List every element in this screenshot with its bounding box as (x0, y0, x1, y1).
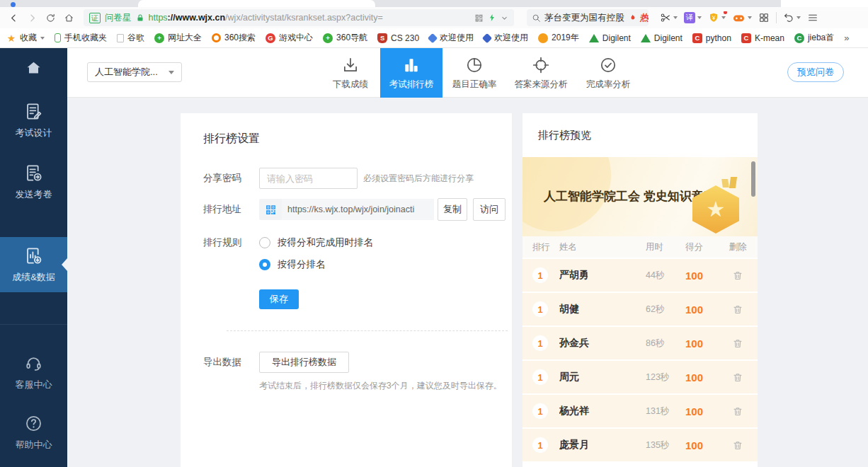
export-ranking-button[interactable]: 导出排行榜数据 (259, 352, 349, 373)
bookmark-item[interactable]: 欢迎使用 (429, 32, 474, 44)
bookmark-item[interactable]: Cjieba首 (794, 32, 834, 44)
delete-cell (722, 439, 753, 451)
page-favicon-icon (117, 34, 124, 42)
sidebar-item-home[interactable] (0, 58, 67, 77)
notification-dot (724, 11, 727, 15)
fire-icon (628, 13, 636, 23)
share-password-input[interactable] (259, 168, 358, 189)
preview-survey-button[interactable]: 预览问卷 (787, 62, 844, 82)
wjx-app: 考试设计发送考卷成绩&数据客服中心帮助中心 人工智能学院... 下载成绩考试排行… (0, 48, 868, 467)
bookmark-item[interactable]: 欢迎使用 (484, 32, 528, 44)
tab-target[interactable]: 答案来源分析 (506, 48, 576, 98)
browser-search-box[interactable]: 茅台变更为国有控股 热搜 (527, 9, 649, 26)
trash-icon[interactable] (732, 405, 743, 417)
bookmark-item[interactable]: CK-mean (741, 33, 784, 43)
bookmark-item[interactable]: 2019年 (538, 32, 579, 44)
games-button[interactable] (732, 11, 752, 25)
trash-icon[interactable] (732, 270, 743, 282)
bookmark-item[interactable]: ★收藏 (6, 32, 45, 44)
content-area: 排行榜设置 分享密码 必须设置密码后方能进行分享 排行地址 https://ks… (67, 98, 868, 467)
bookmark-item[interactable]: +360导航 (323, 32, 367, 44)
qr-blue-icon (265, 204, 277, 216)
score-value: 100 (685, 405, 722, 417)
sidebar-item-help-center[interactable]: 帮助中心 (0, 414, 67, 451)
trash-icon[interactable] (732, 338, 743, 350)
search-query[interactable]: 茅台变更为国有控股 (544, 12, 624, 24)
bookmark-item[interactable]: G游戏中心 (265, 32, 313, 44)
copy-url-button[interactable]: 复制 (438, 198, 467, 221)
bookmark-item[interactable]: 谷歌 (117, 32, 144, 44)
active-browser-tab[interactable] (138, 0, 375, 7)
c-red-favicon-icon: C (741, 33, 751, 43)
scrollbar-thumb[interactable] (751, 161, 755, 197)
bookmark-item[interactable]: 手机收藏夹 (55, 32, 107, 44)
hot-search-label[interactable]: 热搜 (640, 12, 649, 24)
browser-home-button[interactable] (61, 10, 76, 25)
tab-check[interactable]: 完成率分析 (576, 48, 641, 98)
radio-unselected-icon[interactable] (259, 237, 270, 248)
url-bar[interactable]: 证 问卷星 https://www.wjx.cn/wjx/activitysta… (84, 9, 514, 26)
download-icon (341, 56, 360, 74)
reload-button[interactable] (42, 10, 58, 25)
url-text[interactable]: https://www.wjx.cn/wjx/activitystat/ksra… (149, 13, 471, 23)
translate-button[interactable]: 译 (684, 12, 702, 23)
forward-button[interactable] (24, 10, 40, 25)
bookmark-item[interactable]: Cpython (692, 33, 731, 43)
qr-code-icon[interactable] (474, 13, 484, 23)
browser-tab-area (781, 0, 868, 7)
leaderboard-rows: 1严胡勇44秒1001胡健62秒1001孙金兵86秒1001周元123秒1001… (522, 259, 758, 461)
tab-pie[interactable]: 题目正确率 (442, 48, 506, 98)
rule-option[interactable]: 按得分排名 (259, 258, 373, 271)
undo-close-button[interactable] (783, 12, 801, 23)
radio-selected-icon[interactable] (259, 259, 270, 270)
target-icon (532, 56, 550, 74)
trash-icon[interactable] (732, 371, 743, 384)
apps-grid-button[interactable] (758, 12, 770, 23)
export-data-label: 导出数据 (203, 352, 259, 373)
divider (776, 12, 777, 23)
bookmark-item[interactable]: 360搜索 (212, 32, 256, 44)
speed-bolt-icon[interactable] (488, 13, 496, 23)
wallet-shield-button[interactable] (708, 12, 726, 23)
app-toolbar: 人工智能学院... 下载成绩考试排行榜题目正确率答案来源分析完成率分析 预览问卷 (67, 48, 868, 98)
ranking-rule-options: 按得分和完成用时排名按得分排名 (259, 232, 373, 271)
save-button[interactable]: 保存 (259, 289, 299, 309)
tri-favicon-icon (589, 34, 599, 42)
tab-label: 考试排行榜 (389, 79, 434, 91)
ranking-settings-card: 排行榜设置 分享密码 必须设置密码后方能进行分享 排行地址 https://ks… (181, 113, 512, 467)
bookmark-item[interactable]: Digilent (589, 33, 631, 43)
phone-favicon-icon (55, 33, 61, 42)
back-button[interactable] (6, 10, 21, 25)
rule-option[interactable]: 按得分和完成用时排名 (259, 236, 373, 249)
bookmark-label: 收藏 (20, 32, 37, 44)
screenshot-tool-button[interactable] (660, 12, 678, 23)
qr-code-button[interactable] (259, 199, 282, 220)
bookmark-label: 2019年 (552, 32, 579, 44)
help-icon (24, 414, 43, 433)
bookmark-item[interactable]: +网址大全 (154, 32, 202, 44)
bookmark-label: Digilent (603, 33, 631, 43)
participant-name: 严胡勇 (559, 269, 646, 282)
visit-url-button[interactable]: 访问 (473, 198, 506, 221)
participant-name: 胡健 (559, 303, 646, 316)
chevron-down-icon[interactable] (501, 14, 508, 22)
grad-favicon-icon (538, 33, 548, 43)
trash-icon[interactable] (732, 439, 743, 451)
trash-icon[interactable] (732, 304, 743, 316)
menu-button[interactable] (807, 12, 818, 23)
tab-download[interactable]: 下载成绩 (321, 48, 380, 98)
sidebar-item-customer-service[interactable]: 客服中心 (0, 354, 67, 391)
survey-selector-dropdown[interactable]: 人工智能学院... (87, 62, 182, 82)
share-password-label: 分享密码 (203, 168, 259, 189)
bookmark-item[interactable]: » (844, 33, 849, 43)
bookmark-item[interactable]: SCS 230 (377, 33, 419, 43)
tab-ranking[interactable]: 考试排行榜 (380, 48, 442, 98)
sidebar-item-send-exam[interactable]: 发送考卷 (0, 163, 67, 201)
selected-item-notch (62, 258, 67, 271)
ranking-url-row: 排行地址 https://ks.wjx.top/wjx/join/joinact… (203, 199, 512, 221)
sidebar-item-exam-design[interactable]: 考试设计 (0, 102, 67, 139)
sidebar-item-scores-data[interactable]: 成绩&数据 (0, 237, 67, 292)
bookmark-item[interactable]: Digilent (641, 33, 683, 43)
bookmark-label: CS 230 (391, 33, 419, 43)
gem2-favicon-icon (482, 33, 492, 42)
